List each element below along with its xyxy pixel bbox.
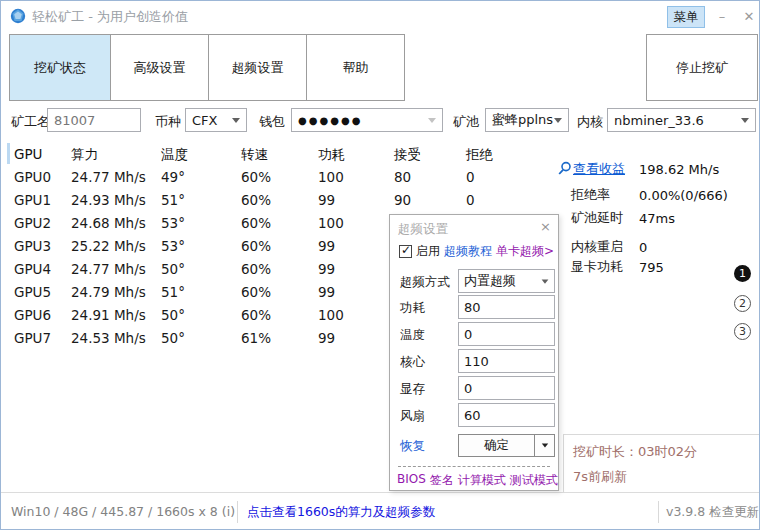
overclock-tutorial-link[interactable]: 超频教程 [444, 243, 492, 260]
temp-field[interactable]: 0 [458, 322, 555, 346]
col-hashrate: 算力 [71, 142, 161, 166]
pool-latency-value: 47ms [639, 211, 675, 226]
step-badge-2[interactable]: 2 [734, 295, 751, 312]
col-power: 功耗 [318, 142, 394, 166]
power-field-label: 功耗 [400, 300, 425, 317]
compute-mode-link[interactable]: 计算模式 [458, 472, 506, 489]
temp-field-label: 温度 [400, 327, 425, 344]
minimize-button[interactable]: – [711, 5, 733, 27]
magnifier-icon [557, 161, 572, 176]
restore-link[interactable]: 恢复 [400, 438, 425, 455]
kernel-restart-value: 0 [639, 240, 647, 255]
confirm-button[interactable]: 确定 [458, 434, 555, 457]
fan-field[interactable]: 60 [458, 403, 555, 427]
mining-duration-label: 挖矿时长： [573, 444, 638, 459]
system-info: Win10 / 48G / 445.87 / 1660s x 8 (i) [11, 504, 235, 519]
status-bar: Win10 / 48G / 445.87 / 1660s x 8 (i) 点击查… [1, 492, 759, 530]
fan-field-label: 风扇 [400, 408, 425, 425]
app-logo-icon [10, 8, 26, 24]
app-window: 轻松矿工 - 为用户创造价值 菜单 – ✕ 挖矿状态 高级设置 超频设置 帮助 … [0, 0, 760, 530]
overclock-mode-label: 超频方式 [400, 274, 450, 291]
wallet-label: 钱包 [259, 113, 285, 131]
tab-advanced-settings[interactable]: 高级设置 [110, 34, 209, 101]
core-field[interactable]: 110 [458, 349, 555, 373]
gpu-power-value: 795 [639, 260, 664, 275]
confirm-dropdown-arrow[interactable] [534, 435, 554, 456]
step-badge-1[interactable]: 1 [734, 265, 751, 282]
coin-label: 币种 [155, 113, 181, 131]
session-panel: 挖矿时长：03时02分 7s前刷新 [563, 434, 760, 492]
chevron-down-icon [554, 118, 562, 123]
dialog-title: 超频设置 [398, 221, 448, 238]
version-text: v3.9.8 [666, 504, 705, 519]
stop-mining-button[interactable]: 停止挖矿 [646, 34, 758, 101]
overclock-mode-select[interactable]: 内置超频 [458, 269, 555, 293]
wallet-input[interactable]: ●●●●●● [291, 108, 443, 132]
gpu-power-label: 显卡功耗 [571, 258, 623, 276]
col-temperature: 温度 [161, 142, 241, 166]
col-fanspeed: 转速 [241, 142, 318, 166]
kernel-label: 内核 [577, 113, 603, 131]
gpu-table-header: GPU 算力 温度 转速 功耗 接受 拒绝 [11, 142, 559, 166]
signature-link[interactable]: 签名 [430, 472, 454, 489]
gpu-params-link[interactable]: 点击查看1660s的算力及超频参数 [247, 504, 435, 521]
overclock-dialog: 超频设置 × ✓ 启用 超频教程 单卡超频> 超频方式 内置超频 功耗 80 温… [389, 214, 559, 491]
chevron-down-icon [741, 118, 749, 123]
refresh-status: 7s前刷新 [573, 468, 627, 486]
title-bar: 轻松矿工 - 为用户创造价值 菜单 – ✕ [1, 1, 759, 31]
statusbar-divider [658, 501, 659, 523]
tab-overclock-settings[interactable]: 超频设置 [208, 34, 307, 101]
mem-field-label: 显存 [400, 381, 425, 398]
step-badge-3[interactable]: 3 [734, 323, 751, 340]
single-card-overclock-link[interactable]: 单卡超频> [496, 243, 554, 260]
reject-rate-label: 拒绝率 [571, 186, 610, 204]
chevron-down-icon [428, 118, 436, 123]
chevron-down-icon [542, 279, 549, 283]
window-title: 轻松矿工 - 为用户创造价值 [32, 8, 188, 26]
table-row[interactable]: GPU124.93 Mh/s 51°60% 9990 0 [11, 189, 559, 212]
power-field[interactable]: 80 [458, 295, 555, 319]
chevron-down-icon [541, 444, 547, 448]
enable-label: 启用 [416, 243, 440, 260]
chevron-down-icon [232, 118, 240, 123]
col-accepted: 接受 [394, 142, 466, 166]
table-row[interactable]: GPU024.77 Mh/s 49°60% 10080 0 [11, 166, 559, 189]
enable-checkbox[interactable]: ✓ [399, 245, 412, 258]
kernel-restart-label: 内核重启 [571, 238, 623, 256]
mem-field[interactable]: 0 [458, 376, 555, 400]
pool-latency-label: 矿池延时 [571, 209, 623, 227]
dialog-close-icon[interactable]: × [540, 219, 551, 234]
core-field-label: 核心 [400, 354, 425, 371]
check-update-link[interactable]: 检查更新 [709, 504, 759, 519]
dashed-divider [398, 466, 550, 467]
col-rejected: 拒绝 [466, 142, 559, 166]
kernel-select[interactable]: nbminer_33.6 [607, 108, 756, 132]
test-mode-link[interactable]: 测试模式 [510, 472, 558, 489]
pool-label: 矿池 [453, 113, 479, 131]
worker-name-input[interactable]: 81007 [47, 108, 141, 132]
statusbar-divider [237, 501, 238, 523]
col-gpu: GPU [14, 142, 71, 166]
tab-mining-status[interactable]: 挖矿状态 [9, 34, 111, 101]
view-income-link[interactable]: 查看收益 [573, 160, 625, 178]
pool-select[interactable]: 蜜蜂pplns [485, 108, 569, 132]
tab-help[interactable]: 帮助 [306, 34, 405, 101]
menu-button[interactable]: 菜单 [667, 6, 705, 28]
tab-bar: 挖矿状态 高级设置 超频设置 帮助 [9, 34, 405, 101]
header-selection-bar [7, 143, 10, 164]
mining-duration-value: 03时02分 [638, 444, 697, 459]
coin-select[interactable]: CFX [185, 108, 247, 132]
total-hashrate: 198.62 Mh/s [639, 162, 719, 177]
bios-link[interactable]: BIOS [397, 472, 426, 489]
reject-rate-value: 0.00%(0/666) [639, 188, 728, 203]
worker-name-label: 矿工名 [11, 113, 50, 131]
close-button[interactable]: ✕ [738, 5, 760, 27]
